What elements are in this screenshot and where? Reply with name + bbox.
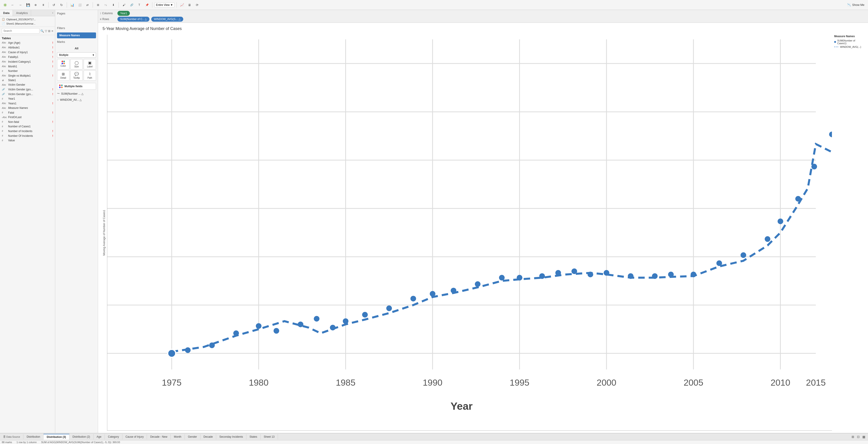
tab-analytics[interactable]: Analytics — [13, 10, 31, 16]
svg-point-63 — [778, 218, 783, 224]
chart-type-icon[interactable]: ⬜ — [76, 2, 83, 8]
tab-datasource[interactable]: 🗄 Data Source — [0, 434, 24, 439]
legend-item-window: WINDOW_AVG(...) — [834, 45, 864, 48]
save-button[interactable]: 💾 — [25, 2, 31, 8]
path-icon: ⌇ — [89, 72, 91, 76]
table-item-14[interactable]: AbcMeasure Names — [0, 106, 55, 110]
tab-distribution-2[interactable]: Distribution (2) — [69, 434, 94, 440]
swap-icon[interactable]: ⇄ — [84, 2, 91, 8]
bottom-tabs: 🗄 Data Source Distribution Distribution … — [0, 433, 868, 440]
stats-icon[interactable]: 📈 — [179, 2, 185, 8]
tab-sheet-13[interactable]: Sheet 13 — [260, 434, 278, 440]
table-item-alert-15: ! — [52, 111, 53, 114]
tab-decade[interactable]: Decade — [200, 434, 216, 440]
bar-chart-icon[interactable]: 📊 — [69, 2, 75, 8]
pause-icon[interactable]: ⏸ — [40, 2, 46, 8]
nav-back[interactable]: ← — [9, 2, 16, 8]
year1-pill[interactable]: Year1 — [118, 11, 130, 16]
show-me-button[interactable]: 📉 Show Me — [845, 2, 866, 7]
new-datasource-icon[interactable]: ⊕ — [32, 2, 39, 8]
tab-gender[interactable]: Gender — [185, 434, 200, 440]
sort-asc-icon[interactable]: ↑↓ — [102, 2, 109, 8]
search-icon[interactable]: 🔍 — [40, 29, 44, 33]
svg-point-51 — [539, 273, 545, 279]
table-item-name-20: Number Of Incidents — [8, 134, 51, 137]
table-item-12[interactable]: #Year1 — [0, 96, 55, 101]
pin-icon[interactable]: 📌 — [144, 2, 150, 8]
table-item-3[interactable]: AbcFatality1! — [0, 55, 55, 59]
table-item-9[interactable]: AbcVictim Gender — [0, 83, 55, 87]
table-item-18[interactable]: #Number of Cases1 — [0, 124, 55, 129]
tab-distribution-3[interactable]: Distribution (3) — [43, 434, 69, 440]
redo-button[interactable]: ↻ — [58, 2, 65, 8]
table-item-2[interactable]: AbcCause of Injury1! — [0, 50, 55, 55]
sort-icon[interactable]: ≡ — [52, 29, 53, 33]
label-button[interactable]: ▣ Label — [84, 59, 96, 69]
color-button[interactable]: Color — [57, 59, 69, 69]
tab-age[interactable]: Age — [94, 434, 105, 440]
marks-type-dropdown[interactable]: Multiple ▾ — [57, 52, 96, 58]
presentation-icon[interactable]: ▦ — [862, 435, 866, 439]
legend-sum-label: SUM(Number of Cases1) — [837, 39, 864, 44]
table-item-17[interactable]: #Non-fatal! — [0, 120, 55, 124]
tab-data[interactable]: Data — [0, 10, 13, 16]
sort-desc-icon[interactable]: ⬇ — [110, 2, 117, 8]
nav-forward[interactable]: → — [17, 2, 24, 8]
table-item-5[interactable]: AbcMonth1! — [0, 64, 55, 69]
tooltip-button[interactable]: 💬 Tooltip — [70, 70, 83, 81]
tab-states[interactable]: States — [246, 434, 260, 440]
table-item-16[interactable]: -AbcFirstOrLast — [0, 115, 55, 120]
y-axis-label: Moving Average of Number of Cases1 — [102, 35, 106, 431]
table-item-13[interactable]: AbcYears1! — [0, 101, 55, 106]
table-item-15[interactable]: #Fatal! — [0, 110, 55, 115]
table-item-21[interactable]: #Value — [0, 138, 55, 142]
datasource-item-2[interactable]: 📄 Sheet1 (ManureSummar... — [2, 22, 53, 26]
detail-button[interactable]: ⊞ Detail — [57, 70, 69, 81]
tab-category[interactable]: Category — [105, 434, 122, 440]
datasource-item-1[interactable]: 📋 Clipboard_20210624T17... — [2, 17, 53, 22]
tab-cause-of-injury[interactable]: Cause of Injury — [122, 434, 147, 440]
duplicate-sheet-icon[interactable]: ⊡ — [856, 435, 861, 439]
table-item-name-15: Fatal — [8, 111, 51, 114]
monitor-icon[interactable]: 🖥 — [186, 2, 193, 8]
tab-secondary-incidents[interactable]: Seconday Incidents — [216, 434, 246, 440]
marks-field-sum[interactable]: 〜 SUM(Number ... △ — [57, 91, 96, 96]
share-icon[interactable]: ⟳ — [194, 2, 200, 8]
window-avg-pill[interactable]: WINDOW_AVG(S... △ — [151, 17, 183, 22]
table-item-0[interactable]: AbcAge (Age)! — [0, 40, 55, 45]
app-icon[interactable]: ✳️ — [2, 2, 8, 8]
view-dropdown[interactable]: Entire View ▼ — [154, 2, 175, 7]
tab-decade-new[interactable]: Decade - New — [147, 434, 170, 440]
table-item-4[interactable]: AbcIncident Category1! — [0, 59, 55, 64]
search-input[interactable] — [2, 28, 39, 34]
table-item-6[interactable]: #Number — [0, 69, 55, 73]
table-item-8[interactable]: ⊕State1 — [0, 78, 55, 83]
group-icon[interactable]: ⊞ — [95, 2, 101, 8]
marks-dropdown-arrow: ▾ — [93, 54, 94, 57]
tab-month[interactable]: Month — [170, 434, 185, 440]
svg-point-54 — [588, 272, 593, 277]
table-item-10[interactable]: 🔗Victim Gender (gro...! — [0, 87, 55, 92]
filter-icon[interactable]: ▽ — [45, 29, 47, 33]
table-item-11[interactable]: 🔗Victim Gender (gro...! — [0, 92, 55, 96]
grid-icon[interactable]: ⊞ — [48, 29, 51, 33]
table-item-1[interactable]: AbcAttribute1! — [0, 45, 55, 50]
sheet-icon: 📄 — [2, 22, 5, 25]
tab-distribution[interactable]: Distribution — [24, 434, 43, 440]
size-button[interactable]: ◯ Size — [70, 59, 83, 69]
table-item-20[interactable]: #Number Of Incidents! — [0, 133, 55, 138]
close-panel-button[interactable]: ‹ — [51, 10, 55, 16]
undo-button[interactable]: ↺ — [51, 2, 57, 8]
table-item-7[interactable]: AbcSingle vs Multiple1! — [0, 73, 55, 78]
path-button[interactable]: ⌇ Path — [84, 70, 96, 81]
text-icon[interactable]: T — [136, 2, 143, 8]
new-sheet-icon[interactable]: ⊞ — [850, 435, 855, 439]
svg-point-60 — [716, 260, 722, 266]
highlight-icon[interactable]: 🖌 — [121, 2, 127, 8]
measure-names-filter[interactable]: Measure Names — [57, 32, 96, 38]
link-icon[interactable]: 🔗 — [128, 2, 135, 8]
table-item-19[interactable]: #Number of Incidents! — [0, 129, 55, 133]
sum-number-pill[interactable]: SUM(Number of C.. △ — [118, 17, 149, 22]
multiple-fields-button[interactable]: Multiple fields — [57, 83, 96, 90]
marks-field-window[interactable]: ○ WINDOW_AV... △ — [57, 98, 96, 102]
